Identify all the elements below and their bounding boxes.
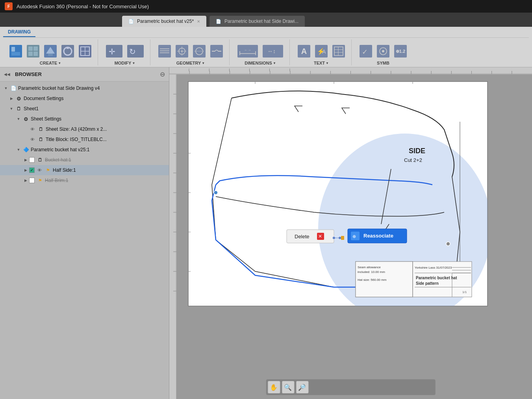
text-icon: A	[298, 45, 310, 58]
ribbon-btn-centerline[interactable]	[191, 44, 207, 58]
datum-icon	[377, 45, 389, 58]
titlebar: F Autodesk Fusion 360 (Personal - Not fo…	[0, 0, 532, 13]
ribbon-btn-text[interactable]: A	[296, 44, 312, 58]
ribbon-group-symb: ✓ ⊕1.2 SYMB	[353, 39, 413, 65]
ruler-vertical	[169, 74, 176, 399]
svg-text:Reassociate: Reassociate	[363, 233, 393, 239]
ribbon-btn-refresh[interactable]: ↻	[126, 44, 145, 58]
browser-close-btn[interactable]: ⊖	[160, 71, 165, 78]
rotate-icon	[61, 45, 74, 58]
symb-group-label: SYMB	[377, 61, 389, 65]
svg-text:✓: ✓	[362, 48, 368, 56]
ribbon-btn-check[interactable]: ✓	[358, 44, 374, 58]
ribbon-btn-break[interactable]	[209, 44, 224, 58]
half-brim-checkbox[interactable]	[29, 178, 35, 183]
half-side-eye-icon[interactable]: 👁	[36, 167, 43, 173]
dimensions-buttons: ←→ ↔↕	[236, 44, 285, 58]
zoom-btn[interactable]: 🔎	[296, 381, 308, 393]
tab-side-drawing[interactable]: 📄 Parametric bucket hat Side Drawi...	[209, 16, 305, 27]
ribbon-btn-center[interactable]	[174, 44, 190, 58]
ribbon-btn-leader[interactable]: ⚡A	[313, 44, 329, 58]
svg-rect-86	[287, 230, 334, 243]
svg-text:|: |	[229, 68, 230, 71]
title-block-eye-icon[interactable]: 👁	[29, 136, 35, 143]
svg-point-38	[382, 50, 384, 52]
view2-icon	[27, 45, 39, 58]
zoom-fit-btn[interactable]: 🔍	[282, 381, 294, 393]
modify-group-label: MODIFY ▼	[115, 61, 135, 65]
svg-point-81	[446, 242, 450, 246]
half-brim-arrow[interactable]: ▶	[23, 178, 28, 183]
ribbon-btn-hatch[interactable]	[157, 44, 172, 58]
tree-item-bucket-hat-ref[interactable]: ▼ 🔷 Parametric bucket hat v25:1	[0, 145, 169, 155]
browser-header: ◀◀ BROWSER ⊖	[0, 67, 169, 82]
ribbon-btn-sketch[interactable]	[8, 44, 24, 58]
ruler-horizontal: || || ||	[169, 67, 532, 74]
svg-rect-1	[11, 47, 15, 52]
ribbon-btn-datum[interactable]	[375, 44, 391, 58]
tree-item-bucket-hat-body[interactable]: ▶ 🗒 Bucket hat:1	[0, 155, 169, 165]
svg-text:Delete: Delete	[295, 234, 310, 239]
half-side-checkbox[interactable]: ✓	[29, 167, 35, 173]
tree-item-doc-settings[interactable]: ▶ ⚙ Document Settings	[0, 93, 169, 104]
bucket-hat-ref-expand-arrow[interactable]: ▼	[16, 147, 21, 152]
tree-item-title-block[interactable]: ▶ 👁 🗒 Title Block: ISO_TITLEBLC...	[0, 134, 169, 145]
ribbon-btn-rotate[interactable]	[60, 44, 76, 58]
ribbon-btn-detail[interactable]	[77, 44, 93, 58]
bucket-hat-body-checkbox[interactable]	[29, 157, 35, 163]
tab-active[interactable]: 📄 Parametric bucket hat v25* ✕	[122, 16, 206, 27]
ribbon-group-text: A ⚡A TEXT ▼	[291, 39, 352, 65]
dimensions-group-label: DIMENSIONS ▼	[245, 61, 276, 65]
tab-doc-icon: 📄	[128, 19, 134, 24]
tree-item-sheet-settings[interactable]: ▼ ⚙ Sheet Settings	[0, 114, 169, 124]
scale-icon: ⊕1.2	[394, 45, 407, 58]
dimensions-dropdown-arrow: ▼	[273, 61, 276, 65]
refresh-icon: ↻	[127, 45, 144, 58]
half-side-arrow[interactable]: ▶	[23, 167, 28, 173]
tree-item-half-side[interactable]: ▶ ✓ 👁 ⚑ Half Side:1	[0, 165, 169, 175]
pan-btn[interactable]: ✋	[267, 381, 280, 393]
nav-back-arrow[interactable]: ◀◀	[4, 72, 10, 76]
move-icon: ✛	[106, 45, 122, 58]
sheet-settings-expand-arrow[interactable]: ▼	[16, 116, 21, 122]
ribbon-btn-view2[interactable]	[25, 44, 41, 58]
tab-close-btn[interactable]: ✕	[197, 19, 200, 24]
ribbon-btn-move[interactable]: ✛	[104, 44, 124, 58]
svg-text:✕: ✕	[318, 234, 322, 239]
create-group-label: CREATE ▼	[40, 61, 61, 65]
ribbon-btn-base[interactable]	[43, 44, 58, 58]
tree-item-sheet1[interactable]: ▼ 🗒 Sheet1	[0, 104, 169, 114]
svg-rect-4	[28, 52, 33, 56]
tree-item-sheet-size[interactable]: ▶ 👁 🗒 Sheet Size: A3 (420mm x 2...	[0, 124, 169, 134]
svg-text:included: 10.00 mm: included: 10.00 mm	[358, 270, 385, 274]
svg-text:↔↕: ↔↕	[267, 48, 276, 54]
sketch-icon	[9, 45, 22, 58]
leader-icon: ⚡A	[315, 45, 328, 58]
ribbon-btn-dim1[interactable]: ←→	[236, 44, 260, 58]
detail-icon	[79, 45, 91, 58]
tree-item-half-brim[interactable]: ▶ ⚑ Half Brim:1	[0, 175, 169, 186]
doc-settings-expand-arrow[interactable]: ▶	[9, 96, 14, 101]
svg-rect-0	[11, 52, 20, 56]
svg-text:A: A	[322, 48, 326, 55]
ribbon-tab-drawing[interactable]: DRAWING	[3, 28, 35, 37]
svg-rect-93	[341, 236, 344, 240]
hatch-icon	[158, 45, 171, 58]
root-expand-arrow[interactable]: ▼	[3, 85, 9, 91]
app-icon: F	[5, 2, 13, 10]
tree-item-root[interactable]: ▼ 📄 Parametric bucket hat Side Drawing v…	[0, 83, 169, 93]
ribbon-btn-dim2[interactable]: ↔↕	[261, 44, 285, 58]
ribbon: DRAWING	[0, 27, 532, 67]
create-buttons	[8, 44, 93, 58]
sheet-size-eye-icon[interactable]: 👁	[29, 126, 35, 132]
svg-text:←→: ←→	[244, 48, 251, 52]
svg-rect-5	[33, 52, 38, 56]
bucket-hat-body-arrow[interactable]: ▶	[23, 157, 28, 163]
ribbon-btn-scale[interactable]: ⊕1.2	[393, 44, 408, 58]
svg-text:Seam allowance: Seam allowance	[358, 265, 381, 269]
half-brim-sketch-icon: ⚑	[37, 177, 44, 184]
svg-marker-6	[46, 47, 55, 54]
sheet1-expand-arrow[interactable]: ▼	[9, 106, 14, 111]
ribbon-content: CREATE ▼ ✛ ↻ MODIFY ▼	[3, 38, 529, 67]
ribbon-btn-table[interactable]	[331, 44, 347, 58]
